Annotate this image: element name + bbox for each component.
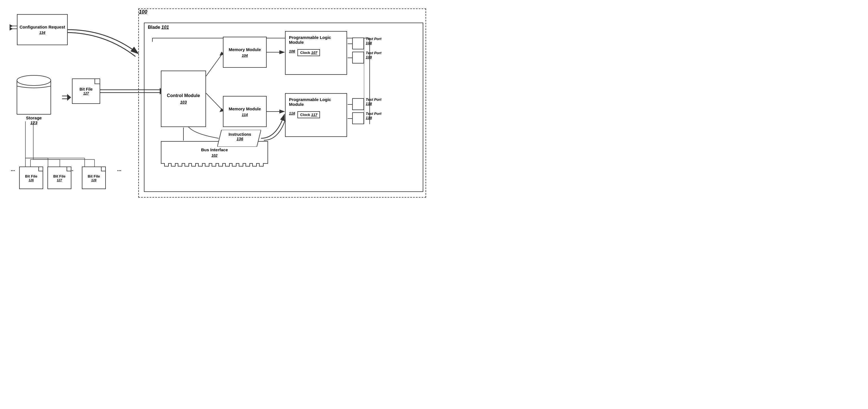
memory-114-box: Memory Module 114 (223, 96, 267, 127)
svg-marker-4 (67, 94, 71, 101)
memory-114-label: Memory Module (228, 107, 261, 111)
test-port-108-box (352, 37, 364, 49)
clock-107-id: 107 (311, 51, 317, 55)
bit-file-126-box: Bit File 126 (19, 167, 43, 189)
clock-117-box: Clock 117 (298, 111, 320, 118)
bit-file-127-box: Bit File 127 (48, 167, 71, 189)
ellipsis-left-1: ... (11, 167, 15, 172)
blade-label: Blade 101 (148, 25, 169, 30)
clock-107-box: Clock 107 (298, 49, 320, 56)
storage-area: Storage 123 (16, 74, 52, 125)
bit-file-main-label: Bit File (80, 87, 93, 91)
test-port-109-box (352, 52, 364, 63)
bus-teeth (164, 163, 264, 167)
control-module-box: Control Module 103 (161, 70, 206, 127)
test-port-118-box (352, 98, 364, 110)
plm-106-box: Programmable Logic Module 106 Clock 107 (285, 31, 347, 75)
diagram-container: 100 Blade 101 Configuration Request 134 (0, 0, 434, 204)
bit-file-128-box: Bit File 128 (82, 167, 106, 189)
test-port-108-label: Test Port108 (366, 37, 381, 45)
test-port-119-label: Test Port119 (366, 112, 381, 120)
bit-file-126-id: 126 (29, 178, 34, 182)
memory-104-label: Memory Module (228, 47, 261, 52)
ellipsis-right-3: ... (117, 167, 121, 172)
memory-104-box: Memory Module 104 (223, 37, 267, 68)
bit-file-127-id: 127 (57, 178, 62, 182)
test-port-119-box (352, 112, 364, 124)
clock-107-label: Clock 107 (300, 51, 317, 55)
test-port-118-label: Test Port118 (366, 97, 381, 106)
storage-id: 123 (30, 120, 37, 125)
memory-104-id: 104 (242, 53, 248, 58)
clock-117-label: Clock 117 (300, 113, 317, 117)
plm-116-id: 116 (289, 111, 295, 115)
instructions-shape: Instructions 136 (217, 130, 261, 147)
bit-file-127-label: Bit File (53, 174, 65, 178)
svg-marker-31 (9, 24, 13, 28)
config-request-box: Configuration Request 134 (17, 14, 68, 45)
system-id-label: 100 (139, 9, 147, 15)
bit-file-126-label: Bit File (25, 174, 37, 178)
bit-file-main-box: Bit File 127 (72, 79, 100, 104)
test-port-109-label: Test Port109 (366, 51, 381, 59)
storage-cylinder-icon (16, 74, 52, 117)
config-request-id: 134 (39, 30, 45, 35)
bit-file-128-id: 128 (91, 178, 96, 182)
instructions-id: 136 (237, 137, 243, 141)
control-module-id: 103 (180, 100, 187, 105)
config-request-text: Configuration Request (20, 25, 65, 29)
memory-114-id: 114 (242, 113, 248, 117)
plm-116-box: Programmable Logic Module 116 Clock 117 (285, 93, 347, 137)
svg-point-37 (17, 76, 51, 86)
blade-id: 101 (161, 25, 169, 30)
bit-file-128-label: Bit File (88, 174, 100, 178)
control-module-label: Control Module (167, 93, 200, 98)
clock-117-id: 117 (311, 113, 317, 117)
bus-interface-id: 102 (211, 153, 218, 157)
bit-file-main-id: 127 (83, 91, 89, 95)
bus-interface-label: Bus Interface (201, 147, 228, 152)
svg-marker-32 (9, 27, 13, 30)
instructions-label: Instructions 136 (223, 132, 257, 141)
plm-106-label: Programmable Logic Module (289, 35, 343, 45)
config-arrow-icon (9, 20, 18, 37)
plm-116-label: Programmable Logic Module (289, 97, 343, 107)
plm-106-id: 106 (289, 49, 295, 53)
